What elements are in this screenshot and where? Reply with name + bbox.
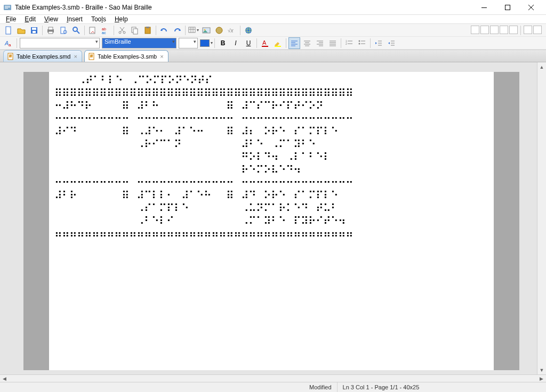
svg-rect-12: [33, 31, 36, 33]
list-number-icon[interactable]: 12: [343, 37, 355, 49]
tab-table-examples-3-smb[interactable]: Table Examples-3.smb ×: [84, 50, 168, 62]
insert-formula-icon[interactable]: √x: [226, 24, 238, 36]
toolbar-standard: abac ▾ √x: [0, 24, 546, 37]
italic-button[interactable]: I: [230, 37, 242, 49]
svg-rect-3: [5, 8, 8, 9]
svg-line-26: [120, 27, 124, 32]
insert-image-icon[interactable]: [200, 24, 212, 36]
tab-table-examples-smd[interactable]: Table Examples.smd ×: [3, 50, 82, 62]
list-bullet-icon[interactable]: [356, 37, 368, 49]
svg-point-71: [359, 43, 360, 44]
menu-help[interactable]: Help: [111, 15, 132, 23]
font-combo[interactable]: [20, 38, 100, 48]
toolbar-format: Aa SimBraille ▾ B I U A 12: [0, 37, 546, 50]
close-button[interactable]: [519, 0, 543, 15]
align-center-icon[interactable]: [301, 37, 313, 49]
panel-box-6[interactable]: [524, 26, 532, 34]
svg-rect-30: [146, 27, 149, 28]
document-icon: [88, 53, 95, 60]
copy-icon[interactable]: [129, 24, 141, 36]
align-left-icon[interactable]: [288, 37, 300, 49]
window-title: Table Examples-3.smb - Braille - Sao Mai…: [15, 4, 472, 11]
panel-box-4[interactable]: [500, 26, 508, 34]
goto-icon[interactable]: [87, 24, 99, 36]
svg-text:ac: ac: [102, 31, 106, 35]
cut-icon[interactable]: [116, 24, 128, 36]
align-right-icon[interactable]: [314, 37, 326, 49]
svg-rect-49: [275, 46, 281, 47]
title-bar: Table Examples-3.smb - Braille - Sao Mai…: [0, 0, 546, 15]
align-justify-icon[interactable]: [327, 37, 339, 49]
scroll-track[interactable]: [537, 71, 546, 365]
scroll-up-icon[interactable]: ▲: [537, 62, 546, 71]
preview-icon[interactable]: [58, 24, 69, 36]
size-combo[interactable]: [179, 38, 198, 48]
undo-icon[interactable]: [158, 24, 170, 36]
maximize-button[interactable]: [496, 0, 519, 15]
menu-insert[interactable]: Insert: [63, 15, 86, 23]
page-viewport: ⠠⠞⠁⠃⠇⠑⠀⠠⠉⠕⠍⠏⠕⠝⠑⠝⠞⠎ ⠿⠿⠿⠿⠿⠿⠿⠿⠿⠿⠿⠿⠿⠿⠿⠿⠿⠿⠿⠿⠿…: [0, 62, 537, 374]
italic-label: I: [235, 39, 236, 47]
status-position: Ln 3 Col 1 - Page 1/1 - 40x25: [338, 382, 425, 392]
menu-tools[interactable]: Tools: [87, 15, 110, 23]
braille-content[interactable]: ⠠⠞⠁⠃⠇⠑⠀⠠⠉⠕⠍⠏⠕⠝⠑⠝⠞⠎ ⠿⠿⠿⠿⠿⠿⠿⠿⠿⠿⠿⠿⠿⠿⠿⠿⠿⠿⠿⠿⠿…: [49, 72, 494, 370]
font-color-swatch[interactable]: [200, 39, 210, 47]
menu-bar: File Edit View Insert Tools Help: [0, 15, 546, 24]
indent-icon[interactable]: [386, 37, 397, 49]
find-icon[interactable]: [70, 24, 82, 36]
underline-label: U: [246, 39, 251, 47]
insert-link-icon[interactable]: [213, 24, 225, 36]
open-icon[interactable]: [15, 24, 27, 36]
menu-file[interactable]: File: [2, 15, 20, 23]
svg-point-39: [216, 27, 222, 34]
horizontal-scrollbar[interactable]: ◀ ▶: [0, 374, 546, 382]
underline-button[interactable]: U: [243, 37, 254, 49]
svg-rect-47: [262, 46, 268, 47]
tab-label: Table Examples.smd: [17, 53, 71, 60]
svg-text:ab: ab: [102, 27, 106, 31]
highlight-icon[interactable]: [272, 37, 284, 49]
close-icon[interactable]: ×: [160, 53, 163, 60]
redo-icon[interactable]: [171, 24, 183, 36]
panel-box-5[interactable]: [509, 26, 518, 34]
paste-icon[interactable]: [142, 24, 154, 36]
svg-line-19: [77, 31, 79, 34]
font-color-icon[interactable]: A: [259, 37, 271, 49]
save-icon[interactable]: [28, 24, 40, 36]
scroll-down-icon[interactable]: ▼: [537, 365, 546, 374]
svg-rect-14: [49, 27, 53, 30]
svg-text:a: a: [9, 43, 11, 47]
translation-combo[interactable]: SimBraille: [102, 38, 176, 48]
print-icon[interactable]: [45, 24, 57, 36]
menu-edit[interactable]: Edit: [21, 15, 39, 23]
panel-box-1[interactable]: [471, 26, 479, 34]
svg-text:√x: √x: [228, 28, 234, 34]
status-modified: Modified: [304, 382, 338, 392]
outdent-icon[interactable]: [373, 37, 384, 49]
scroll-right-icon[interactable]: ▶: [537, 375, 546, 382]
bold-button[interactable]: B: [217, 37, 229, 49]
margin-left: [23, 72, 49, 370]
menu-view[interactable]: View: [41, 15, 62, 23]
font-style-icon[interactable]: Aa: [3, 37, 14, 49]
svg-marker-74: [375, 42, 377, 44]
svg-text:2: 2: [346, 42, 347, 45]
page[interactable]: ⠠⠞⠁⠃⠇⠑⠀⠠⠉⠕⠍⠏⠕⠝⠑⠝⠞⠎ ⠿⠿⠿⠿⠿⠿⠿⠿⠿⠿⠿⠿⠿⠿⠿⠿⠿⠿⠿⠿⠿…: [23, 72, 519, 370]
panel-box-7[interactable]: [533, 26, 542, 34]
scroll-left-icon[interactable]: ◀: [0, 375, 9, 382]
scroll-track[interactable]: [9, 375, 537, 382]
new-icon[interactable]: [3, 24, 14, 36]
panel-box-2[interactable]: [480, 26, 489, 34]
abac-icon[interactable]: abac: [100, 24, 111, 36]
panel-box-3[interactable]: [490, 26, 499, 34]
bold-label: B: [221, 39, 226, 47]
svg-point-18: [73, 27, 77, 31]
web-icon[interactable]: [243, 24, 254, 36]
close-icon[interactable]: ×: [74, 53, 77, 60]
insert-table-icon[interactable]: ▾: [188, 24, 199, 36]
minimize-button[interactable]: [472, 0, 496, 15]
editor-area: ⠠⠞⠁⠃⠇⠑⠀⠠⠉⠕⠍⠏⠕⠝⠑⠝⠞⠎ ⠿⠿⠿⠿⠿⠿⠿⠿⠿⠿⠿⠿⠿⠿⠿⠿⠿⠿⠿⠿⠿…: [0, 62, 546, 374]
vertical-scrollbar[interactable]: ▲ ▼: [537, 62, 546, 374]
svg-rect-4: [481, 7, 487, 8]
status-bar: Modified Ln 3 Col 1 - Page 1/1 - 40x25: [0, 382, 546, 392]
